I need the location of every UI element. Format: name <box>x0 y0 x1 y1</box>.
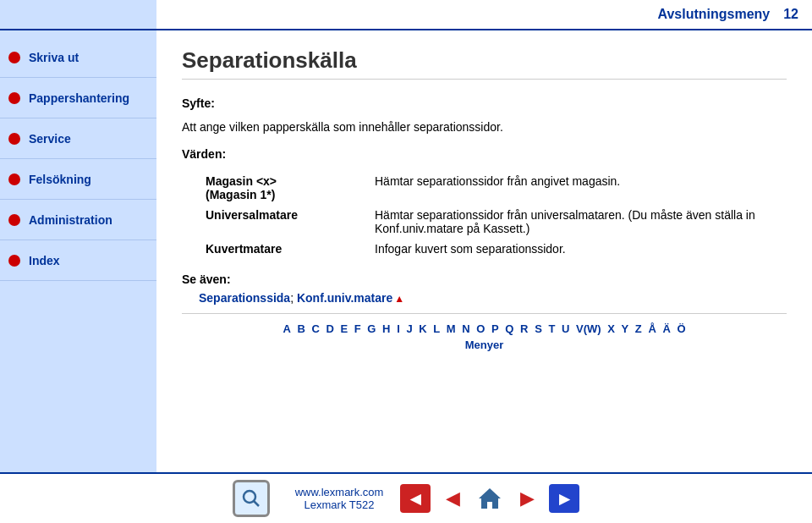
menu-title: Avslutningsmeny <box>657 7 770 22</box>
dot-icon <box>8 214 20 226</box>
alpha-F[interactable]: F <box>354 322 361 335</box>
sidebar-label-index[interactable]: Index <box>29 254 60 267</box>
model-anchor[interactable]: Lexmark T522 <box>295 498 384 511</box>
alpha-Q[interactable]: Q <box>505 322 513 335</box>
home-button[interactable] <box>475 484 505 513</box>
table-row: Kuvertmatare Infogar kuvert som separati… <box>199 239 804 259</box>
dot-icon <box>8 92 20 104</box>
alpha-Y[interactable]: Y <box>622 322 629 335</box>
top-bar-right: Avslutningsmeny 12 <box>156 0 812 29</box>
back-button[interactable]: ◀ <box>400 484 431 513</box>
table-value: Hämtar separationssidor från angivet mag… <box>368 171 804 205</box>
table-key: Kuvertmatare <box>199 239 368 259</box>
alpha-M[interactable]: M <box>447 322 456 335</box>
sidebar-item-pappershantering[interactable]: Pappershantering <box>0 78 156 118</box>
svg-marker-2 <box>479 488 501 509</box>
alpha-X[interactable]: X <box>607 322 615 335</box>
dot-icon <box>8 255 20 267</box>
alpha-O[interactable]: O <box>476 322 485 335</box>
sidebar-item-index[interactable]: Index <box>0 240 156 281</box>
sidebar-label-skriva-ut[interactable]: Skriva ut <box>29 51 79 64</box>
alphabet-letters: A B C D E F G H I J K L M N O P Q R S T <box>182 322 787 335</box>
alpha-AE[interactable]: Ä <box>662 322 670 335</box>
alpha-B[interactable]: B <box>297 322 304 335</box>
dot-icon <box>8 173 20 185</box>
content-area: Separationskälla Syfte: Att ange vilken … <box>156 30 812 472</box>
alpha-Z[interactable]: Z <box>635 322 642 335</box>
next-button[interactable]: ▶ <box>512 484 542 513</box>
prev-button[interactable]: ◀ <box>437 484 468 513</box>
sidebar-item-administration[interactable]: Administration <box>0 200 156 240</box>
alphabet-nav: A B C D E F G H I J K L M N O P Q R S T <box>182 313 787 355</box>
alpha-I[interactable]: I <box>397 322 400 335</box>
table-row: Magasin <x>(Magasin 1*) Hämtar separatio… <box>199 171 804 205</box>
sidebar-item-skriva-ut[interactable]: Skriva ut <box>0 37 156 78</box>
dot-icon <box>8 133 20 145</box>
alpha-U[interactable]: U <box>562 322 569 335</box>
alpha-K[interactable]: K <box>419 322 426 335</box>
page-title: Separationskälla <box>182 47 787 80</box>
alpha-E[interactable]: E <box>340 322 348 335</box>
link-konf-univ-matare[interactable]: Konf.univ.matare <box>297 291 392 305</box>
alpha-C[interactable]: C <box>311 322 319 335</box>
syfte-section: Syfte: Att ange vilken papperskälla som … <box>182 96 787 134</box>
forward-button[interactable]: ▶ <box>549 484 579 513</box>
svg-point-0 <box>244 491 255 503</box>
alpha-H[interactable]: H <box>382 322 390 335</box>
sidebar-label-felsokning[interactable]: Felsökning <box>29 173 91 186</box>
search-button[interactable] <box>233 480 270 517</box>
alpha-D[interactable]: D <box>326 322 333 335</box>
alpha-OE[interactable]: Ö <box>677 322 685 335</box>
svg-line-1 <box>254 501 259 506</box>
link-separator: ; <box>290 291 297 305</box>
dot-icon <box>8 52 20 63</box>
page-number: 12 <box>783 7 798 22</box>
alpha-N[interactable]: N <box>462 322 469 335</box>
alpha-G[interactable]: G <box>367 322 376 335</box>
sidebar: Skriva ut Pappershantering Service Felsö… <box>0 30 156 472</box>
alpha-VW[interactable]: V(W) <box>576 322 601 335</box>
see-also-label: Se även: <box>182 273 787 286</box>
table-value: Infogar kuvert som separationssidor. <box>368 239 804 259</box>
top-bar-left <box>0 0 156 29</box>
bottom-bar: www.lexmark.com Lexmark T522 ◀ ◀ ▶ ▶ <box>0 472 812 523</box>
alpha-A[interactable]: A <box>283 322 290 335</box>
home-icon <box>477 487 502 510</box>
sidebar-item-felsokning[interactable]: Felsökning <box>0 159 156 200</box>
alpha-P[interactable]: P <box>491 322 499 335</box>
sidebar-label-administration[interactable]: Administration <box>29 213 112 227</box>
alpha-AA[interactable]: Å <box>648 322 656 335</box>
sidebar-label-service[interactable]: Service <box>29 132 71 146</box>
alpha-T[interactable]: T <box>548 322 555 335</box>
website-link: www.lexmark.com Lexmark T522 <box>295 486 384 511</box>
bottom-nav-icons: ◀ ◀ ▶ ▶ <box>400 484 579 513</box>
website-anchor[interactable]: www.lexmark.com <box>295 486 384 498</box>
menus-link[interactable]: Menyer <box>184 339 785 351</box>
values-table: Magasin <x>(Magasin 1*) Hämtar separatio… <box>199 171 804 259</box>
see-also-links: Separationssida; Konf.univ.matare▲ <box>199 291 787 305</box>
search-icon <box>242 489 261 508</box>
syfte-text: Att ange vilken papperskälla som innehål… <box>182 120 787 134</box>
table-row: Universalmatare Hämtar separationssidor … <box>199 205 804 239</box>
table-key: Magasin <x>(Magasin 1*) <box>199 171 368 205</box>
link-separationssida[interactable]: Separationssida <box>199 291 290 305</box>
sidebar-label-pappershantering[interactable]: Pappershantering <box>29 91 129 105</box>
alpha-S[interactable]: S <box>535 322 542 335</box>
alpha-R[interactable]: R <box>520 322 528 335</box>
alpha-L[interactable]: L <box>433 322 440 335</box>
sidebar-item-service[interactable]: Service <box>0 118 156 159</box>
varden-label: Värden: <box>182 147 787 161</box>
main-content: Skriva ut Pappershantering Service Felsö… <box>0 30 812 472</box>
varden-section: Värden: Magasin <x>(Magasin 1*) Hämtar s… <box>182 147 787 259</box>
warning-triangle-icon: ▲ <box>394 293 404 305</box>
table-key: Universalmatare <box>199 205 368 239</box>
alpha-J[interactable]: J <box>406 322 412 335</box>
top-bar: Avslutningsmeny 12 <box>0 0 812 30</box>
syfte-label: Syfte: <box>182 96 787 110</box>
table-value: Hämtar separationssidor från universalma… <box>368 205 804 239</box>
